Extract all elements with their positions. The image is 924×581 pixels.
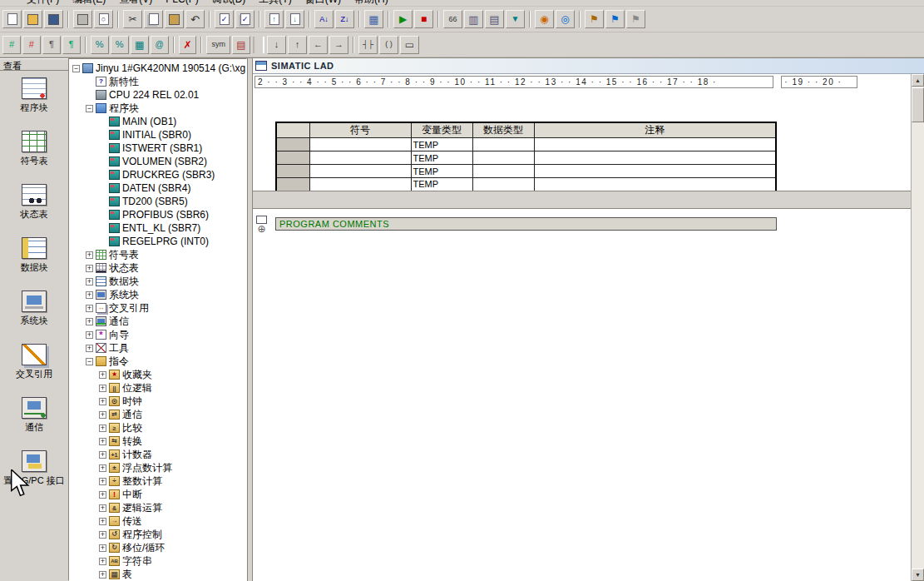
compile-all-button[interactable]: ✓ <box>235 10 254 28</box>
menu-item[interactable]: 编辑(E) <box>66 0 112 7</box>
sidebar-item-system-block[interactable]: 系统块 <box>0 284 68 337</box>
var-table-cell[interactable] <box>309 165 411 178</box>
apply-symbols-button[interactable]: % <box>111 36 129 54</box>
tree-item[interactable]: +通信 <box>69 408 246 421</box>
unforce-button[interactable]: ◎ <box>556 10 575 28</box>
paste-button[interactable] <box>165 10 184 28</box>
clear-bookmark-button[interactable]: ⚑ <box>626 10 645 28</box>
sort-asc-button[interactable]: A↓ <box>314 10 334 28</box>
sidebar-item-cross-reference[interactable]: 交叉引用 <box>0 337 68 390</box>
tree-item[interactable]: CPU 224 REL 02.01 <box>69 88 246 102</box>
tree-item[interactable]: TD200 (SBR5) <box>69 195 246 208</box>
pause-status-button[interactable]: ▥ <box>464 10 483 28</box>
tree-item[interactable]: +交叉引用 <box>69 301 246 315</box>
tree-item[interactable]: REGELPRG (INT0) <box>69 235 246 248</box>
program-comments-field[interactable]: PROGRAM COMMENTS <box>275 217 777 231</box>
expand-icon[interactable]: + <box>99 531 106 539</box>
var-table-cell[interactable] <box>472 138 534 151</box>
print-preview-button[interactable]: ○ <box>94 10 113 28</box>
sidebar-item-pgpc-interface[interactable]: 置 PG/PC 接口 <box>0 444 68 497</box>
save-button[interactable] <box>44 10 63 28</box>
tree-item[interactable]: +整数计算 <box>69 474 246 488</box>
row-header[interactable] <box>276 178 309 191</box>
print-button[interactable] <box>73 10 92 28</box>
expand-icon[interactable]: + <box>99 398 106 405</box>
sidebar-item-data-block[interactable]: 数据块 <box>0 231 68 284</box>
program-status-button[interactable]: 66 <box>443 10 462 28</box>
tree-item[interactable]: +程序控制 <box>69 528 246 541</box>
collapse-icon[interactable]: − <box>72 65 80 72</box>
tree-item[interactable]: +符号表 <box>69 248 246 261</box>
line-down-button[interactable]: ↓ <box>267 36 286 54</box>
menu-item[interactable]: PLC(P) <box>159 0 205 7</box>
sidebar-item-symbol-table[interactable]: 符号表 <box>0 124 68 177</box>
expand-icon[interactable]: + <box>99 438 106 445</box>
expand-icon[interactable]: + <box>99 371 106 379</box>
constant-view-button[interactable]: ▤ <box>232 36 250 54</box>
expand-icon[interactable]: + <box>86 265 93 272</box>
tree-item[interactable]: +数据块 <box>69 275 246 288</box>
collapse-icon[interactable]: − <box>86 105 93 112</box>
bookmark-button[interactable]: ⚑ <box>585 10 604 28</box>
toggle-network-comments-button[interactable]: ¶ <box>62 36 81 54</box>
tree-item[interactable]: VOLUMEN (SBR2) <box>69 155 246 168</box>
table-splitter[interactable] <box>253 191 911 209</box>
line-right-button[interactable]: → <box>329 36 348 54</box>
toolbar-grip[interactable] <box>253 37 264 53</box>
symbol-table-view-button[interactable]: ▦ <box>131 36 149 54</box>
next-bookmark-button[interactable]: ⚑ <box>605 10 625 28</box>
var-table-cell[interactable] <box>534 178 776 191</box>
menu-item[interactable]: 查看(V) <box>112 0 159 7</box>
tree-item[interactable]: +系统块 <box>69 288 246 301</box>
tree-item[interactable]: ISTWERT (SBR1) <box>69 142 246 155</box>
sym-toggle-button[interactable]: sym <box>206 36 230 54</box>
expand-icon[interactable]: + <box>99 504 106 512</box>
tree-item[interactable]: +时钟 <box>69 395 246 408</box>
expand-icon[interactable]: + <box>99 558 106 565</box>
expand-icon[interactable]: + <box>99 385 106 392</box>
line-up-button[interactable]: ↑ <box>288 36 307 54</box>
var-table-cell[interactable] <box>309 178 411 191</box>
var-table-cell[interactable] <box>534 151 776 165</box>
undo-button[interactable]: ↶ <box>185 10 205 28</box>
collapse-icon[interactable]: − <box>86 358 93 365</box>
tree-item[interactable]: +比较 <box>69 421 246 435</box>
menu-item[interactable]: 文件(F) <box>20 0 66 7</box>
row-header[interactable] <box>276 138 309 151</box>
run-button[interactable]: ▶ <box>393 10 413 28</box>
compile-button[interactable]: ✓ <box>215 10 234 28</box>
coil-button[interactable]: ( ) <box>379 36 398 54</box>
tree-item[interactable]: +表 <box>69 568 246 581</box>
toggle-pou-comments-button[interactable]: ¶ <box>42 36 61 54</box>
expand-icon[interactable]: + <box>86 345 93 352</box>
tree-item[interactable]: DRUCKREG (SBR3) <box>69 168 246 181</box>
download-button[interactable]: ↓ <box>285 10 304 28</box>
expand-icon[interactable]: + <box>99 411 106 419</box>
tree-item[interactable]: +位逻辑 <box>69 381 246 395</box>
expand-icon[interactable]: + <box>99 571 106 579</box>
menu-item[interactable]: 工具(T) <box>252 0 298 7</box>
var-table-cell[interactable]: TEMP <box>411 151 472 165</box>
expand-icon[interactable]: + <box>86 251 93 259</box>
var-table-cell[interactable] <box>534 165 776 178</box>
var-table-cell[interactable] <box>309 151 411 165</box>
row-header[interactable] <box>276 165 309 178</box>
box-button[interactable]: ▭ <box>400 36 419 54</box>
open-button[interactable] <box>23 10 42 28</box>
panel-splitter[interactable] <box>247 58 253 581</box>
tree-item[interactable]: DATEN (SBR4) <box>69 181 246 195</box>
delete-network-button[interactable]: # <box>22 36 41 54</box>
tree-item[interactable]: −程序块 <box>69 102 246 115</box>
tree-item[interactable]: +中断 <box>69 488 246 501</box>
expand-icon[interactable]: + <box>86 278 93 286</box>
expand-icon[interactable]: + <box>86 318 93 325</box>
insert-network-button[interactable]: # <box>2 36 21 54</box>
copy-button[interactable] <box>144 10 163 28</box>
line-left-button[interactable]: ← <box>309 36 328 54</box>
tree-item[interactable]: +传送 <box>69 514 246 528</box>
expand-icon[interactable]: + <box>86 291 93 299</box>
tree-item[interactable]: MAIN (OB1) <box>69 115 246 128</box>
var-table-cell[interactable] <box>309 138 411 151</box>
tree-item[interactable]: +状态表 <box>69 261 246 275</box>
menu-item[interactable]: 调试(D) <box>205 0 253 7</box>
